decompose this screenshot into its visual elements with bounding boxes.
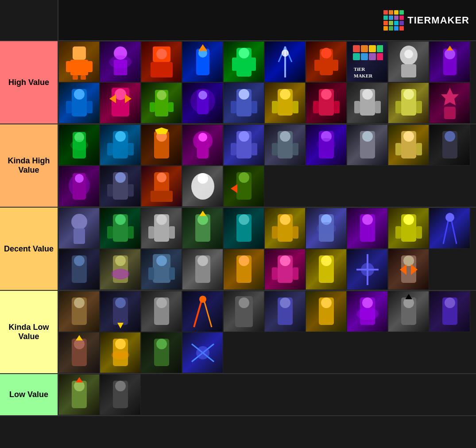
- tier-cell[interactable]: [388, 41, 429, 82]
- tier-row-kinda-low: Kinda Low Value: [0, 291, 476, 374]
- tier-cell[interactable]: [100, 374, 141, 415]
- tier-cell[interactable]: [264, 41, 306, 82]
- tier-cell[interactable]: [182, 291, 223, 332]
- tier-cell[interactable]: [223, 166, 264, 207]
- svg-point-172: [280, 255, 290, 266]
- svg-point-63: [280, 89, 290, 100]
- tier-cell[interactable]: [429, 208, 470, 249]
- tier-cell[interactable]: [182, 208, 223, 249]
- tier-cell[interactable]: [306, 124, 347, 166]
- tier-cell[interactable]: [141, 208, 182, 249]
- svg-point-195: [239, 297, 249, 308]
- tier-cell[interactable]: [58, 291, 100, 332]
- tier-cell[interactable]: [306, 82, 347, 124]
- logo-grid: [383, 10, 404, 31]
- svg-rect-173: [272, 267, 278, 280]
- tier-cell[interactable]: [100, 208, 141, 249]
- tier-cell[interactable]: [182, 166, 223, 207]
- tier-cell[interactable]: [388, 82, 429, 124]
- tier-cell[interactable]: [388, 208, 429, 249]
- tier-cell[interactable]: [306, 249, 347, 290]
- tier-cell[interactable]: [100, 41, 141, 82]
- svg-rect-30: [377, 45, 383, 52]
- tier-cell[interactable]: [141, 291, 182, 332]
- tier-cell[interactable]: [347, 124, 388, 166]
- tier-cell[interactable]: [100, 291, 141, 332]
- svg-point-8: [109, 55, 132, 69]
- tier-cell[interactable]: [58, 166, 100, 207]
- tier-cell[interactable]: [58, 332, 100, 373]
- tier-cell[interactable]: [306, 291, 347, 332]
- tier-cell[interactable]: [58, 374, 100, 415]
- tier-cell[interactable]: [347, 208, 388, 249]
- svg-marker-89: [155, 127, 168, 134]
- tier-cell[interactable]: [141, 41, 182, 82]
- tier-cell[interactable]: [58, 41, 100, 82]
- tier-cell[interactable]: [182, 82, 223, 124]
- svg-point-11: [156, 49, 167, 59]
- svg-marker-139: [199, 211, 206, 216]
- svg-rect-69: [334, 101, 340, 113]
- tier-cell[interactable]: [141, 249, 182, 290]
- tier-cell[interactable]: [223, 82, 264, 124]
- svg-rect-29: [369, 45, 376, 52]
- tier-cell[interactable]: [141, 124, 182, 166]
- tier-cell[interactable]: [182, 124, 223, 166]
- tier-cell[interactable]: [306, 41, 347, 82]
- tier-cell[interactable]: [182, 249, 223, 290]
- svg-rect-145: [293, 226, 298, 239]
- tier-cell[interactable]: [100, 332, 141, 373]
- svg-rect-25: [314, 60, 320, 71]
- tier-cell[interactable]: [182, 332, 223, 373]
- svg-marker-221: [76, 377, 83, 382]
- tier-cell[interactable]: [388, 291, 429, 332]
- tier-cell[interactable]: [388, 124, 429, 166]
- tier-cell[interactable]: [264, 291, 306, 332]
- tier-cell[interactable]: [429, 41, 470, 82]
- svg-point-162: [112, 269, 129, 279]
- tier-cell[interactable]: [58, 124, 100, 166]
- svg-rect-96: [252, 143, 257, 155]
- tier-label-kinda-low: Kinda Low Value: [0, 291, 58, 373]
- svg-point-57: [198, 91, 207, 100]
- tier-cell[interactable]: [182, 41, 223, 82]
- svg-marker-126: [231, 184, 237, 193]
- tier-cell[interactable]: [223, 291, 264, 332]
- tier-cell[interactable]: [388, 249, 429, 290]
- tier-cell[interactable]: [347, 249, 388, 290]
- svg-point-52: [157, 90, 166, 100]
- svg-rect-131: [107, 226, 113, 239]
- svg-point-125: [239, 172, 249, 183]
- tier-cell[interactable]: [264, 208, 306, 249]
- tier-cell[interactable]: [141, 82, 182, 124]
- tier-cell[interactable]: [100, 82, 141, 124]
- tier-cell[interactable]: [223, 124, 264, 166]
- svg-rect-34: [377, 53, 383, 60]
- svg-point-123: [197, 173, 208, 184]
- svg-rect-85: [107, 143, 113, 155]
- tier-cell[interactable]: [100, 166, 141, 207]
- tier-cell[interactable]: [58, 249, 100, 290]
- tier-cell[interactable]: [264, 249, 306, 290]
- tier-cell[interactable]: [223, 208, 264, 249]
- tier-cell[interactable]: [429, 82, 470, 124]
- tier-cell[interactable]: [100, 249, 141, 290]
- tier-cell[interactable]: [100, 124, 141, 166]
- tier-cell[interactable]: [223, 41, 264, 82]
- tier-cell[interactable]: [141, 332, 182, 373]
- tier-cell[interactable]: [347, 291, 388, 332]
- tier-cell[interactable]: TiER MAKER: [347, 41, 388, 82]
- tier-cell[interactable]: [223, 249, 264, 290]
- tier-cell[interactable]: [264, 82, 306, 124]
- tier-cell[interactable]: [58, 82, 100, 124]
- tier-cell[interactable]: [347, 82, 388, 124]
- tier-cell[interactable]: [58, 208, 100, 249]
- tier-cell[interactable]: [141, 166, 182, 207]
- tier-cell[interactable]: [429, 124, 470, 166]
- tier-cell[interactable]: [429, 291, 470, 332]
- tier-cell[interactable]: [264, 124, 306, 166]
- svg-rect-64: [272, 101, 278, 113]
- svg-rect-10: [151, 62, 173, 77]
- svg-rect-100: [293, 143, 298, 155]
- tier-cell[interactable]: [306, 208, 347, 249]
